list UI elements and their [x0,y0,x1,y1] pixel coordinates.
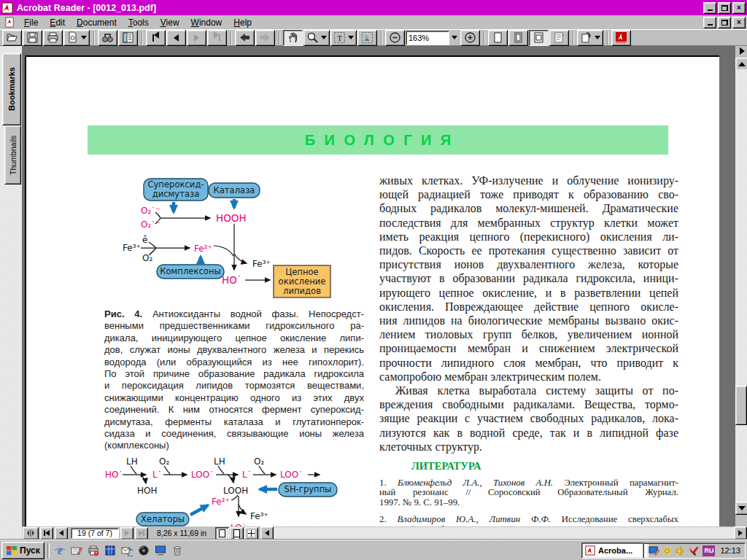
scroll-down-button[interactable] [735,502,747,515]
open-button[interactable] [2,30,22,46]
fit-page-button[interactable] [508,30,528,46]
menu-document[interactable]: Document [71,16,123,29]
minimize-button[interactable] [703,2,716,14]
task-button-acrobat[interactable]: Acroba... [581,542,649,559]
go-forward-button[interactable] [255,30,275,46]
printer-icon [47,31,59,44]
quicklaunch-internet-explorer[interactable]: e [53,543,67,558]
previous-page-button[interactable] [166,30,186,46]
hooh-label: HOOH [216,212,247,224]
adobe-online-button[interactable] [611,30,631,46]
quicklaunch-recycle-bin[interactable] [170,543,185,558]
document-tool-button[interactable] [63,30,90,46]
fit-width-button[interactable] [529,30,549,46]
zoom-tool-button[interactable] [303,30,330,46]
quicklaunch-channels[interactable] [103,543,117,558]
dropdown-caret-icon [595,36,600,39]
acrobat-app-icon [585,545,595,556]
menu-help[interactable]: Help [228,16,258,29]
single-page-mode-button[interactable] [215,527,229,540]
zoom-level-field[interactable]: 163% [406,31,449,45]
reference-item: 2. Владимиров Ю.А., Литвин Ф.Ф. Исследов… [379,515,678,526]
vertical-scroll-track[interactable] [735,69,747,503]
caption-line: и пероксидация липидов тормозятся вещест… [104,380,364,392]
menu-file[interactable]: File [18,16,44,29]
last-page-button[interactable] [135,527,148,540]
horizontal-scrollbar[interactable] [260,527,747,539]
tray-display-icon[interactable] [648,545,659,556]
quicklaunch-printer[interactable]: ? [86,543,101,558]
tray-antivirus-icon[interactable] [687,545,699,556]
tab-bookmarks[interactable]: Bookmarks [2,53,21,125]
horizontal-scroll-track[interactable] [274,527,734,539]
continuous-facing-mode-button[interactable] [244,527,258,540]
actual-size-button[interactable] [488,30,508,46]
l2-radical-label: L˙ [242,470,252,480]
previous-page-button[interactable] [55,527,68,540]
find-button[interactable] [98,30,117,46]
bookmarks-tab-label: Bookmarks [7,68,16,112]
save-button[interactable] [23,30,42,46]
next-page-button[interactable] [120,527,133,540]
scroll-left-button[interactable] [260,526,274,540]
start-button[interactable]: Пуск [1,542,44,559]
literature-heading: ЛИТЕРАТУРА [411,460,678,472]
body-line: вреждения свободными радикалами. Веществ… [379,397,678,411]
thumbnails-tab-label: Thumbnails [9,135,18,174]
graphics-select-tool-button[interactable] [357,30,377,46]
first-page-button[interactable] [146,30,166,46]
rotate-view-button[interactable] [577,30,603,46]
continuous-mode-button[interactable] [230,527,244,540]
tray-scheduler-icon[interactable] [661,545,673,556]
page-icon [66,31,79,44]
hoh-label: HOH [137,486,158,496]
close-button[interactable]: × [732,2,746,14]
pane-splitter-button[interactable] [23,527,39,540]
menu-tools[interactable]: Tools [123,16,155,29]
vertical-scrollbar[interactable] [735,46,747,526]
quicklaunch-cd-player[interactable] [136,543,151,558]
continuous-pages-icon [233,529,240,537]
text-select-tool-button[interactable]: T [330,30,357,46]
catalase-label: Каталаза [214,185,255,195]
last-page-button[interactable] [207,30,227,46]
next-page-button[interactable] [187,30,206,46]
print-button[interactable] [43,30,63,46]
lh2-label: LH [214,456,225,467]
floppy-disk-icon [26,31,39,44]
body-line: самопробою мембран электрическим полем. [379,370,678,384]
doc-close-button[interactable]: × [732,17,746,28]
quicklaunch-outlook-sync[interactable] [120,543,134,558]
zoom-dropdown-button[interactable] [449,31,460,45]
zoom-in-button[interactable] [460,30,480,46]
menu-edit[interactable]: Edit [44,16,71,29]
vertical-scroll-thumb[interactable] [735,386,747,425]
hand-tool-button[interactable] [283,30,303,46]
acrobat-app-icon [1,2,13,14]
scroll-right-button[interactable] [734,526,747,540]
restore-button[interactable] [718,2,731,14]
first-page-button[interactable] [40,527,53,540]
up-arrow-icon [738,62,746,66]
go-back-button[interactable] [235,30,255,46]
menu-bar: File Edit Document Tools View Window Hel… [0,15,747,30]
menu-window[interactable]: Window [185,16,228,29]
quicklaunch-mail-compose[interactable] [69,543,84,558]
toolbar-overflow-icon[interactable] [740,47,745,55]
caption-line: соединений. К ним относятся фермент супе… [104,404,364,416]
doc-minimize-button[interactable] [703,17,716,28]
water-phase-antioxidants-diagram: Супероксид- дисмутаза Каталаза O₂˙⁻ O₂˙⁻… [102,175,365,303]
page-number-field[interactable]: 19 (7 of 7) [71,528,119,539]
zoom-out-button[interactable] [385,30,405,46]
menu-view[interactable]: View [155,16,185,29]
language-indicator[interactable]: RU [703,545,715,556]
doc-restore-button[interactable] [718,17,731,28]
show-navigation-pane-button[interactable] [118,30,138,46]
tab-thumbnails[interactable]: Thumbnails [4,125,21,184]
o2a-feed [164,466,170,474]
sod-label-line1: Супероксид- [147,179,204,190]
quicklaunch-display[interactable] [153,543,168,558]
tray-volume-icon[interactable] [674,545,686,556]
reflow-button[interactable] [549,30,569,46]
page-size-indicator: 8,26 x 11,69 in [157,529,206,537]
